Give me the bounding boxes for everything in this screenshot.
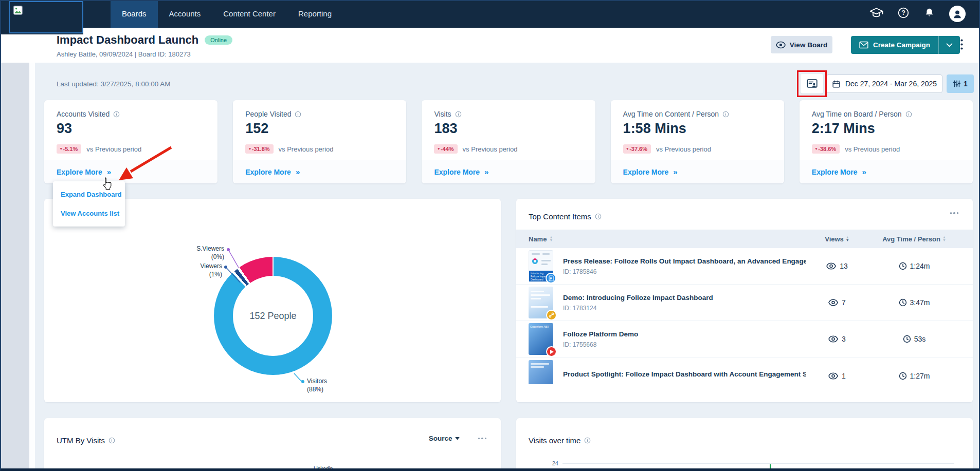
calendar-icon: [832, 80, 841, 88]
help-icon[interactable]: ?: [897, 7, 910, 21]
info-icon[interactable]: [113, 111, 120, 118]
content-thumbnail: Outperform ABX: [529, 323, 553, 355]
table-row[interactable]: Outperform ABX Folloze Platform Demo ID:…: [516, 321, 973, 357]
kpi-title: Avg Time on Board / Person: [812, 110, 902, 118]
view-board-button[interactable]: View Board: [771, 36, 832, 53]
kpi-card-visits: Visits 183 ▾-44%vs Previous period Explo…: [422, 100, 595, 183]
down-triangle-icon: ▾: [438, 147, 440, 151]
kpi-value: 152: [245, 121, 394, 137]
donut-center: 152 People: [233, 276, 313, 356]
views-value: 7: [842, 298, 846, 307]
explore-more-link[interactable]: Explore More»: [800, 160, 973, 183]
header-more-menu[interactable]: [960, 39, 963, 52]
explore-more-link[interactable]: Explore More»: [233, 160, 406, 183]
create-campaign-caret[interactable]: [938, 36, 960, 54]
info-icon[interactable]: [108, 437, 115, 444]
info-icon[interactable]: [295, 111, 301, 118]
kpi-card-people-visited: People Visited 152 ▾-31.8%vs Previous pe…: [233, 100, 406, 183]
source-dropdown[interactable]: Source: [429, 435, 460, 442]
tab-boards[interactable]: Boards: [111, 0, 158, 28]
tab-accounts[interactable]: Accounts: [158, 0, 212, 28]
visits-over-time-card: Visits over time 24: [516, 418, 973, 471]
visits-title: Visits over time: [529, 436, 580, 445]
date-range-value: Dec 27, 2024 - Mar 26, 2025: [845, 80, 937, 88]
tab-content-center[interactable]: Content Center: [212, 0, 287, 28]
account-report-button[interactable]: [801, 74, 823, 93]
envelope-icon: [859, 41, 868, 49]
menu-item-view-accounts-list[interactable]: View Accounts list: [53, 207, 125, 220]
content-title: Demo: Introducing Folloze Impact Dashboa…: [563, 294, 713, 302]
statuses-donut-chart[interactable]: 152 People: [214, 257, 332, 375]
info-icon[interactable]: [905, 111, 912, 118]
row-clip-cover: [516, 384, 973, 402]
avg-time-value: 3:47m: [910, 298, 930, 307]
info-icon[interactable]: [455, 111, 462, 118]
menu-item-expand-dashboard[interactable]: Expand Dashboard: [53, 188, 125, 201]
explore-more-label: Explore More: [57, 168, 102, 176]
explore-more-label: Explore More: [623, 168, 669, 176]
donut-label-visitors: Visitors(88%): [307, 377, 327, 393]
sidebar-divider: [29, 34, 35, 471]
compare-label: vs Previous period: [86, 145, 141, 153]
create-campaign-button[interactable]: Create Campaign: [851, 36, 938, 54]
kpi-card-row: Accounts Visited 93 ▾-5.1%vs Previous pe…: [44, 100, 973, 183]
views-value: 3: [842, 335, 846, 343]
table-row[interactable]: Demo: Introducing Folloze Impact Dashboa…: [516, 285, 973, 321]
app-logo[interactable]: [9, 1, 83, 33]
view-board-label: View Board: [790, 41, 827, 49]
change-value: -37.6%: [629, 146, 647, 152]
column-header-views[interactable]: Views▲▼: [806, 235, 868, 243]
kpi-value: 93: [57, 121, 205, 137]
explore-more-label: Explore More: [434, 168, 480, 176]
content-thumbnail: [529, 287, 553, 318]
sort-icon: ▲▼: [549, 236, 553, 242]
utm-by-visits-card: UTM By Visits Source Linkedin: [44, 418, 501, 471]
last-updated-text: Last updated: 3/27/2025, 8:00:00 AM: [57, 80, 170, 88]
explore-more-link[interactable]: Explore More»: [44, 160, 217, 183]
change-value: -38.6%: [818, 146, 836, 152]
change-badge: ▾-5.1%: [57, 144, 81, 154]
user-avatar[interactable]: [949, 6, 966, 22]
report-person-icon: [807, 79, 818, 89]
date-range-picker[interactable]: Dec 27, 2024 - Mar 26, 2025: [826, 74, 942, 93]
document-badge-icon: [546, 273, 556, 284]
card-more-menu[interactable]: [478, 438, 487, 440]
clock-icon: [899, 298, 907, 307]
utm-title: UTM By Visits: [57, 436, 105, 445]
down-triangle-icon: ▾: [249, 147, 251, 151]
link-badge-icon: [546, 310, 557, 321]
card-more-menu[interactable]: [950, 212, 959, 214]
content-id: ID: 1785846: [563, 268, 806, 275]
kpi-card-accounts-visited: Accounts Visited 93 ▾-5.1%vs Previous pe…: [44, 100, 217, 183]
filters-chip[interactable]: 1: [947, 74, 974, 93]
explore-more-link[interactable]: Explore More»: [422, 160, 595, 183]
change-badge: ▾-37.6%: [623, 144, 651, 154]
table-row[interactable]: Introducing Folloze Impact Dashboard Pre…: [516, 248, 973, 285]
explore-more-menu: Expand Dashboard View Accounts list: [53, 181, 125, 227]
clock-icon: [899, 262, 907, 270]
filter-count: 1: [964, 80, 968, 88]
column-header-avg-time[interactable]: Avg Time / Person▲▼: [868, 235, 960, 243]
explore-more-link[interactable]: Explore More»: [611, 160, 784, 183]
eye-icon: [826, 262, 836, 270]
eye-icon: [828, 372, 838, 380]
change-value: -5.1%: [63, 146, 78, 152]
gridline: [562, 463, 954, 464]
compare-label: vs Previous period: [656, 145, 711, 153]
kpi-title: Avg Time on Content / Person: [623, 110, 719, 118]
top-content-title: Top Content Items: [529, 212, 591, 221]
compare-label: vs Previous period: [279, 145, 334, 153]
notifications-bell-icon[interactable]: [923, 7, 935, 21]
info-icon[interactable]: [722, 111, 729, 118]
clock-icon: [903, 335, 911, 343]
broken-image-icon: [13, 5, 24, 18]
info-icon[interactable]: [584, 437, 591, 444]
explore-more-label: Explore More: [245, 168, 291, 176]
views-value: 13: [840, 262, 848, 270]
info-icon[interactable]: [595, 213, 602, 220]
tab-reporting[interactable]: Reporting: [287, 0, 343, 28]
down-triangle-icon: ▾: [60, 147, 62, 151]
avg-time-value: 1:27m: [910, 372, 930, 380]
academy-icon[interactable]: [869, 7, 883, 21]
column-header-name[interactable]: Name▲▼: [529, 235, 806, 243]
